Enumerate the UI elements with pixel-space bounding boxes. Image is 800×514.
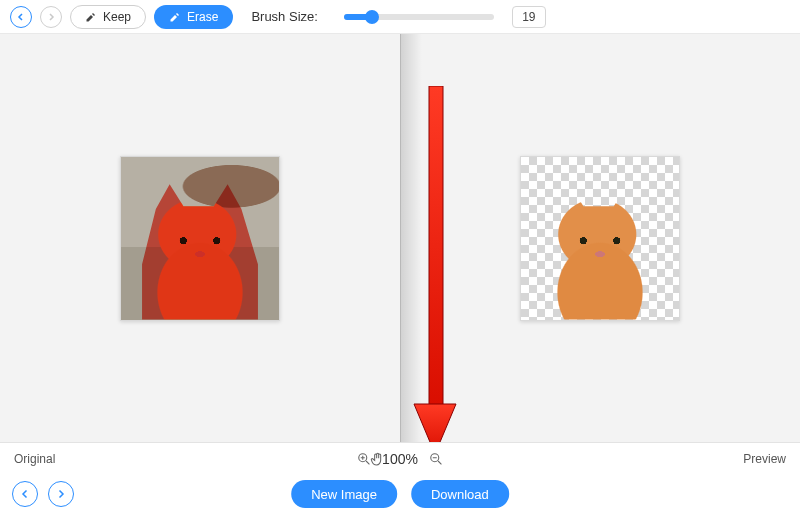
workspace [0,34,800,442]
preview-label: Preview [743,452,786,466]
zoom-out-button[interactable] [428,451,444,467]
chevron-right-icon [55,488,67,500]
preview-pane[interactable] [400,34,800,442]
zoom-controls: 100% [356,451,444,467]
brush-size-slider[interactable] [344,14,494,20]
brush-keep-icon [85,11,97,23]
zoom-level: 100% [382,451,418,467]
slider-thumb[interactable] [365,10,379,24]
brush-erase-icon [169,11,181,23]
erase-tool-button[interactable]: Erase [154,5,233,29]
keep-tool-button[interactable]: Keep [70,5,146,29]
top-toolbar: Keep Erase Brush Size: 19 [0,0,800,34]
brush-size-label: Brush Size: [251,9,317,24]
preview-image [520,156,680,321]
zoom-in-icon [356,451,372,467]
erase-label: Erase [187,10,218,24]
status-bar: Original 100% Preview [0,442,800,474]
zoom-in-button[interactable] [356,451,372,467]
redo-icon [45,11,57,23]
brush-size-value[interactable]: 19 [512,6,546,28]
next-image-button[interactable] [48,481,74,507]
bottom-bar: New Image Download [0,474,800,514]
chevron-left-icon [19,488,31,500]
zoom-out-icon [428,451,444,467]
undo-icon [15,11,27,23]
download-button[interactable]: Download [411,480,509,508]
original-pane[interactable] [0,34,400,442]
slider-track [344,14,494,20]
prev-image-button[interactable] [12,481,38,507]
primary-actions: New Image Download [291,480,509,508]
original-label: Original [14,452,55,466]
redo-button[interactable] [40,6,62,28]
original-image [120,156,280,321]
keep-label: Keep [103,10,131,24]
new-image-button[interactable]: New Image [291,480,397,508]
undo-button[interactable] [10,6,32,28]
